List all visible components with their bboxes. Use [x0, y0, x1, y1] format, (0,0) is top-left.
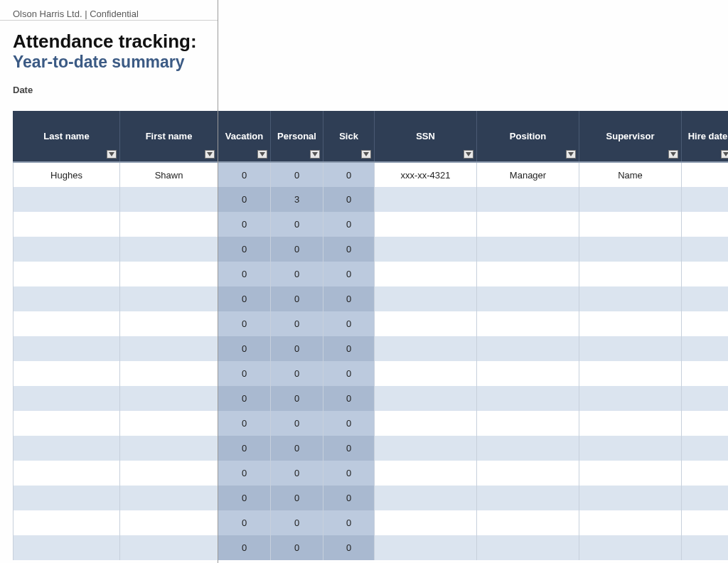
cell-personal[interactable]: 0 — [271, 461, 323, 486]
cell-hire_date[interactable] — [682, 212, 729, 237]
cell-hire_date[interactable] — [682, 162, 729, 187]
cell-first_name[interactable] — [120, 262, 218, 286]
cell-personal[interactable]: 0 — [271, 535, 323, 560]
cell-sick[interactable]: 0 — [323, 361, 375, 386]
cell-first_name[interactable] — [120, 187, 218, 212]
cell-sick[interactable]: 0 — [323, 535, 375, 560]
cell-last_name[interactable] — [14, 461, 120, 486]
cell-vacation[interactable]: 0 — [218, 262, 271, 286]
cell-hire_date[interactable] — [682, 510, 729, 535]
cell-last_name[interactable] — [14, 212, 120, 237]
cell-personal[interactable]: 0 — [271, 162, 323, 187]
cell-ssn[interactable] — [375, 486, 477, 510]
cell-hire_date[interactable] — [682, 486, 729, 510]
filter-dropdown-icon[interactable] — [257, 150, 267, 159]
cell-sick[interactable]: 0 — [323, 187, 375, 212]
filter-dropdown-icon[interactable] — [464, 150, 473, 159]
cell-vacation[interactable]: 0 — [218, 237, 271, 262]
cell-first_name[interactable] — [120, 311, 218, 336]
cell-hire_date[interactable] — [682, 436, 729, 461]
cell-supervisor[interactable] — [579, 286, 682, 311]
cell-vacation[interactable]: 0 — [218, 535, 271, 560]
cell-first_name[interactable] — [120, 286, 218, 311]
filter-dropdown-icon[interactable] — [107, 150, 117, 159]
cell-vacation[interactable]: 0 — [218, 436, 271, 461]
cell-hire_date[interactable] — [682, 411, 729, 436]
cell-position[interactable]: Manager — [477, 162, 579, 187]
cell-position[interactable] — [477, 510, 579, 535]
cell-hire_date[interactable] — [682, 311, 729, 336]
cell-first_name[interactable] — [120, 436, 218, 461]
cell-ssn[interactable] — [375, 436, 477, 461]
cell-supervisor[interactable] — [579, 436, 682, 461]
cell-hire_date[interactable] — [682, 535, 729, 560]
cell-sick[interactable]: 0 — [323, 336, 375, 361]
cell-ssn[interactable]: xxx-xx-4321 — [375, 162, 477, 187]
cell-personal[interactable]: 0 — [271, 411, 323, 436]
filter-dropdown-icon[interactable] — [668, 150, 678, 159]
filter-dropdown-icon[interactable] — [566, 150, 576, 159]
cell-position[interactable] — [477, 212, 579, 237]
cell-ssn[interactable] — [375, 286, 477, 311]
cell-supervisor[interactable] — [579, 187, 682, 212]
cell-first_name[interactable] — [120, 535, 218, 560]
cell-personal[interactable]: 3 — [271, 187, 323, 212]
cell-sick[interactable]: 0 — [323, 510, 375, 535]
cell-last_name[interactable] — [14, 386, 120, 411]
cell-hire_date[interactable] — [682, 336, 729, 361]
cell-supervisor[interactable] — [579, 510, 682, 535]
cell-position[interactable] — [477, 311, 579, 336]
cell-personal[interactable]: 0 — [271, 361, 323, 386]
cell-hire_date[interactable] — [682, 361, 729, 386]
cell-supervisor[interactable] — [579, 461, 682, 486]
cell-vacation[interactable]: 0 — [218, 411, 271, 436]
cell-personal[interactable]: 0 — [271, 311, 323, 336]
cell-hire_date[interactable] — [682, 386, 729, 411]
cell-hire_date[interactable] — [682, 461, 729, 486]
cell-position[interactable] — [477, 336, 579, 361]
cell-last_name[interactable] — [14, 311, 120, 336]
filter-dropdown-icon[interactable] — [721, 150, 728, 159]
cell-hire_date[interactable] — [682, 286, 729, 311]
cell-ssn[interactable] — [375, 411, 477, 436]
cell-position[interactable] — [477, 411, 579, 436]
cell-first_name[interactable] — [120, 237, 218, 262]
cell-sick[interactable]: 0 — [323, 237, 375, 262]
cell-first_name[interactable] — [120, 486, 218, 510]
cell-first_name[interactable] — [120, 411, 218, 436]
cell-ssn[interactable] — [375, 510, 477, 535]
cell-supervisor[interactable] — [579, 311, 682, 336]
cell-supervisor[interactable] — [579, 262, 682, 286]
cell-vacation[interactable]: 0 — [218, 286, 271, 311]
cell-sick[interactable]: 0 — [323, 386, 375, 411]
cell-vacation[interactable]: 0 — [218, 187, 271, 212]
cell-supervisor[interactable]: Name — [579, 162, 682, 187]
cell-first_name[interactable] — [120, 461, 218, 486]
cell-position[interactable] — [477, 187, 579, 212]
cell-position[interactable] — [477, 262, 579, 286]
cell-last_name[interactable] — [14, 486, 120, 510]
cell-personal[interactable]: 0 — [271, 286, 323, 311]
cell-personal[interactable]: 0 — [271, 386, 323, 411]
cell-hire_date[interactable] — [682, 237, 729, 262]
cell-last_name[interactable] — [14, 535, 120, 560]
filter-dropdown-icon[interactable] — [361, 150, 371, 159]
cell-position[interactable] — [477, 461, 579, 486]
cell-personal[interactable]: 0 — [271, 510, 323, 535]
cell-ssn[interactable] — [375, 311, 477, 336]
cell-first_name[interactable]: Shawn — [120, 162, 218, 187]
cell-vacation[interactable]: 0 — [218, 162, 271, 187]
cell-personal[interactable]: 0 — [271, 486, 323, 510]
cell-last_name[interactable] — [14, 262, 120, 286]
cell-vacation[interactable]: 0 — [218, 361, 271, 386]
filter-dropdown-icon[interactable] — [310, 150, 320, 159]
cell-ssn[interactable] — [375, 237, 477, 262]
cell-last_name[interactable] — [14, 510, 120, 535]
cell-last_name[interactable] — [14, 411, 120, 436]
cell-ssn[interactable] — [375, 535, 477, 560]
cell-sick[interactable]: 0 — [323, 311, 375, 336]
cell-last_name[interactable] — [14, 436, 120, 461]
cell-last_name[interactable] — [14, 187, 120, 212]
cell-supervisor[interactable] — [579, 212, 682, 237]
cell-supervisor[interactable] — [579, 411, 682, 436]
